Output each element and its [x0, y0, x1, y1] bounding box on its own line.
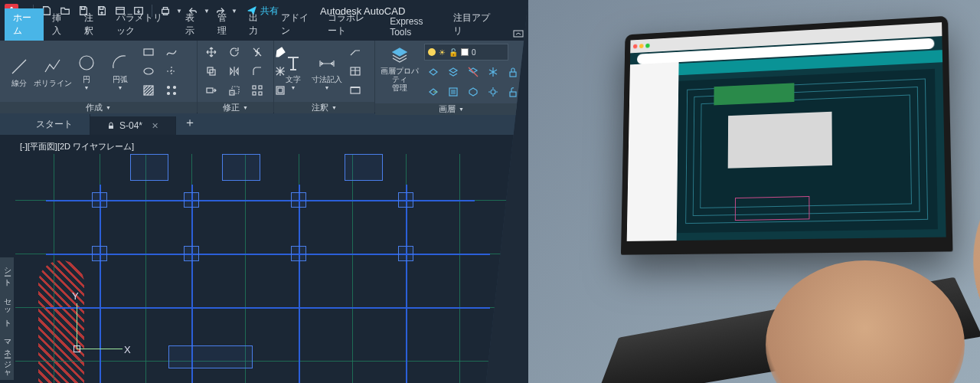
svg-point-6 [144, 68, 153, 74]
svg-rect-3 [514, 31, 523, 37]
layer-prev-icon[interactable] [424, 83, 443, 100]
layer-states-icon[interactable] [444, 83, 462, 100]
ribbon-tab-output[interactable]: 出力 [240, 8, 273, 41]
ribbon-tab-featured[interactable]: 注目アプリ [445, 8, 499, 41]
ribbon-tab-addins[interactable]: アドイン [273, 8, 319, 41]
mirror-icon[interactable] [225, 63, 243, 80]
layer-properties-button[interactable]: 画層プロパティ 管理 [378, 44, 421, 92]
svg-rect-19 [253, 92, 256, 95]
ribbon-collapse-button[interactable] [508, 27, 528, 41]
svg-rect-18 [259, 86, 262, 89]
spline-icon[interactable] [162, 44, 181, 61]
panel-modify: 修正▼ [198, 41, 274, 113]
svg-rect-25 [510, 72, 516, 77]
polyline-icon [42, 56, 64, 77]
layer-unlock-icon[interactable] [504, 83, 522, 100]
text-icon [283, 52, 304, 74]
layer-thaw-icon[interactable] [484, 83, 502, 100]
laptop-screen [627, 22, 946, 241]
stretch-icon[interactable] [202, 82, 220, 99]
sheet-set-manager-tab[interactable]: シート セット マネージャ [0, 257, 14, 380]
layer-lock-btn-icon[interactable] [504, 64, 522, 80]
autocad-window: A ▼ ▼ ▼ ▼ 共有 Autodesk AutoCAD ホーム [0, 0, 528, 383]
layer-freeze-btn-icon[interactable] [484, 64, 502, 80]
viewport-controls[interactable]: [-][平面図][2D ワイヤフレーム] [20, 141, 134, 152]
ribbon-tab-view[interactable]: 表示 [177, 8, 209, 41]
circle-button[interactable]: 円 ▼ [70, 44, 103, 99]
hatched-region [38, 260, 84, 383]
point-icon[interactable] [162, 82, 181, 99]
move-icon[interactable] [202, 44, 220, 61]
svg-point-11 [174, 93, 176, 95]
svg-rect-24 [351, 87, 360, 93]
file-tab-start[interactable]: スタート [19, 114, 90, 135]
ribbon-tab-annotate[interactable]: 注釈 [76, 8, 108, 41]
layer-combo[interactable]: ☀ 🔓 0 [424, 44, 508, 61]
scale-icon[interactable] [225, 82, 243, 99]
rectangle-icon[interactable] [139, 44, 158, 61]
fillet-icon[interactable] [248, 63, 266, 80]
svg-rect-28 [510, 92, 516, 97]
layer-bulb-icon [428, 48, 436, 56]
svg-point-8 [168, 87, 170, 89]
text-button[interactable]: 文字 ▼ [277, 44, 309, 99]
layer-properties-icon [389, 44, 410, 65]
panel-create: 線分 ポリライン 円 ▼ 円弧 ▼ [0, 41, 198, 113]
svg-rect-20 [259, 92, 262, 95]
circle-icon [76, 52, 97, 74]
trim-icon[interactable] [248, 44, 266, 61]
svg-point-27 [491, 90, 495, 94]
layer-color-swatch [461, 48, 469, 56]
ribbon-tabs: ホーム 挿入 注釈 パラメトリック 表示 管理 出力 アドイン コラボレート E… [0, 21, 528, 41]
xline-icon[interactable] [162, 63, 181, 80]
svg-rect-5 [144, 49, 153, 55]
ribbon-tab-insert[interactable]: 挿入 [44, 8, 76, 41]
ribbon-tab-manage[interactable]: 管理 [209, 8, 241, 41]
panel-layers-title: 画層 [439, 103, 456, 115]
copy-icon[interactable] [202, 63, 220, 80]
layer-match-icon[interactable] [424, 64, 443, 80]
array-icon[interactable] [248, 82, 266, 99]
ribbon-tab-home[interactable]: ホーム [5, 8, 44, 41]
svg-point-10 [168, 93, 170, 95]
hatch-icon[interactable] [139, 82, 158, 99]
ellipse-icon[interactable] [139, 63, 158, 80]
close-tab-icon[interactable]: ✕ [152, 121, 158, 131]
hand-right [766, 260, 965, 383]
drawing-canvas[interactable]: シート セット マネージャ [-][平面図][2D ワイヤフレーム] [0, 135, 528, 383]
dimension-icon [316, 52, 338, 74]
arc-button[interactable]: 円弧 ▼ [104, 44, 136, 99]
layer-walk-icon[interactable] [464, 83, 482, 100]
ribbon-tab-collaborate[interactable]: コラボレート [319, 8, 381, 41]
layer-lock-icon: 🔓 [449, 48, 458, 57]
dimension-button[interactable]: 寸法記入 ▼ [311, 44, 343, 99]
layer-iso-icon[interactable] [444, 64, 462, 80]
file-tab-drawing[interactable]: S-04* ✕ [90, 116, 176, 135]
line-button[interactable]: 線分 [3, 44, 35, 99]
svg-rect-14 [207, 88, 213, 93]
layer-freeze-icon: ☀ [439, 48, 446, 57]
arc-icon [109, 52, 131, 74]
line-icon [8, 56, 30, 77]
new-tab-button[interactable]: ＋ [176, 111, 204, 135]
table-icon[interactable] [346, 63, 364, 80]
rotate-icon[interactable] [225, 44, 243, 61]
ribbon-tab-express[interactable]: Express Tools [381, 13, 445, 41]
panel-annotation: 文字 ▼ 寸法記入 ▼ 注釈▼ [274, 41, 375, 113]
ucs-x-label: X [124, 344, 131, 355]
leader-icon[interactable] [346, 44, 364, 61]
layer-off-icon[interactable] [464, 64, 482, 80]
layer-name: 0 [472, 48, 476, 57]
laptop [621, 16, 953, 255]
svg-point-4 [80, 56, 93, 70]
ribbon-tab-parametric[interactable]: パラメトリック [108, 8, 178, 41]
ucs-y-label: Y [72, 290, 79, 302]
polyline-button[interactable]: ポリライン [37, 44, 69, 99]
file-tabs: スタート S-04* ✕ ＋ [0, 113, 528, 135]
panel-layers: 画層プロパティ 管理 ☀ 🔓 0 [375, 41, 528, 113]
field-icon[interactable] [346, 82, 364, 99]
panel-modify-title: 修正 [223, 102, 240, 113]
promo-photo [528, 0, 980, 383]
lock-icon [107, 122, 115, 129]
ribbon: 線分 ポリライン 円 ▼ 円弧 ▼ [0, 41, 528, 113]
